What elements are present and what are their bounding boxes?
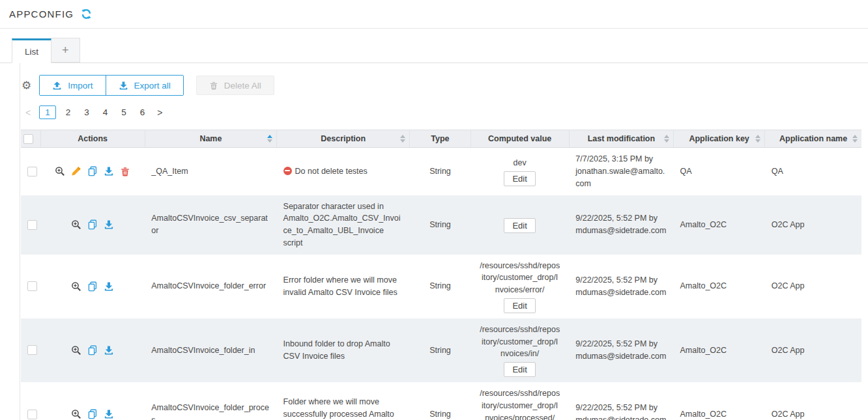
sort-icon[interactable] (267, 135, 272, 143)
page-button-2[interactable]: 2 (62, 105, 75, 119)
table-row: AmaltoCSVInvoice_csv_separator Separator… (21, 195, 861, 255)
application-key: Amalto_O2C (674, 382, 765, 420)
row-checkbox[interactable] (27, 281, 37, 291)
toolbar: ⚙ Import Export all Delete All (20, 75, 868, 96)
app-header: APPCONFIG (0, 0, 868, 29)
delete-all-button[interactable]: Delete All (196, 76, 274, 95)
config-description: Do not delete testes (277, 148, 410, 195)
config-type: String (410, 148, 470, 195)
row-checkbox[interactable] (27, 410, 37, 419)
computed-value-cell: /resources/sshd/repository/customer_drop… (470, 318, 569, 382)
sort-icon[interactable] (755, 135, 760, 143)
edit-value-button[interactable]: Edit (504, 218, 535, 233)
page-title: APPCONFIG (9, 8, 74, 20)
table-row: _QA_Item Do not delete testes String dev… (21, 148, 861, 195)
last-modification: 7/7/2025, 3:15 PM by jonathan.swale@amal… (569, 148, 673, 195)
gear-icon[interactable]: ⚙ (22, 80, 31, 91)
column-header-last-modification[interactable]: Last modification (588, 134, 655, 143)
computed-value: dev (480, 157, 560, 169)
sort-icon[interactable] (400, 135, 405, 143)
column-header-application-key[interactable]: Application key (689, 134, 749, 143)
zoom-view-icon[interactable] (71, 281, 81, 292)
refresh-icon[interactable] (81, 8, 92, 20)
export-all-button-label: Export all (134, 81, 171, 91)
config-description: Separator character used in Amalto_O2C.A… (277, 195, 410, 255)
tab-list[interactable]: List (12, 38, 51, 63)
page-button-3[interactable]: 3 (80, 105, 93, 119)
copy-icon[interactable] (87, 281, 98, 292)
trash-icon[interactable] (120, 166, 130, 176)
last-modification: 9/22/2025, 5:52 PM by mdumas@sidetrade.c… (569, 255, 673, 318)
page-button-6[interactable]: 6 (136, 105, 149, 119)
column-header-type: Type (431, 134, 449, 143)
import-button-label: Import (68, 81, 93, 91)
edit-value-button[interactable]: Edit (504, 171, 535, 186)
description-text: Do not delete testes (295, 167, 368, 176)
row-checkbox[interactable] (27, 345, 37, 355)
plus-icon: + (62, 44, 69, 57)
computed-value-cell: Edit (470, 195, 569, 255)
download-icon[interactable] (104, 219, 114, 230)
tab-add[interactable]: + (51, 38, 80, 63)
config-type: String (410, 382, 470, 420)
application-name: O2C App (765, 255, 861, 318)
zoom-view-icon[interactable] (55, 166, 65, 176)
download-icon[interactable] (104, 166, 114, 176)
zoom-view-icon[interactable] (71, 409, 81, 419)
table-row: AmaltoCSVInvoice_folder_in Inbound folde… (21, 318, 861, 382)
edit-value-button[interactable]: Edit (504, 362, 535, 377)
copy-icon[interactable] (87, 409, 98, 419)
application-name: O2C App (765, 318, 861, 382)
config-type: String (410, 318, 470, 382)
application-key: Amalto_O2C (674, 195, 765, 255)
sort-icon[interactable] (664, 135, 669, 143)
column-header-name[interactable]: Name (199, 134, 222, 143)
copy-icon[interactable] (87, 345, 98, 356)
list-panel: ⚙ Import Export all Delete All < 1 2 3 4… (20, 63, 868, 420)
column-header-description[interactable]: Description (321, 134, 366, 143)
page-button-1[interactable]: 1 (39, 105, 56, 119)
application-key: Amalto_O2C (674, 318, 765, 382)
chevron-left-icon[interactable]: < (23, 106, 33, 119)
page-button-5[interactable]: 5 (117, 105, 130, 119)
last-modification: 9/22/2025, 5:52 PM by mdumas@sidetrade.c… (569, 382, 673, 420)
sort-icon[interactable] (852, 135, 858, 143)
computed-value-cell: dev Edit (470, 148, 569, 195)
config-description: Folder where we will move successfully p… (277, 382, 410, 420)
zoom-view-icon[interactable] (71, 219, 81, 230)
config-type: String (410, 195, 470, 255)
edit-pencil-icon[interactable] (71, 166, 81, 176)
computed-value-cell: /resources/sshd/repository/customer_drop… (470, 382, 569, 420)
edit-value-button[interactable]: Edit (504, 298, 535, 313)
copy-icon[interactable] (87, 166, 98, 176)
copy-icon[interactable] (87, 219, 98, 230)
upload-icon (52, 81, 62, 91)
config-description: Inbound folder to drop Amalto CSV Invoic… (277, 318, 410, 382)
export-all-button[interactable]: Export all (106, 76, 183, 95)
download-icon[interactable] (104, 345, 114, 356)
column-header-application-name[interactable]: Application name (779, 134, 847, 143)
config-type: String (410, 255, 470, 318)
delete-all-button-label: Delete All (224, 81, 261, 91)
config-name: AmaltoCSVInvoice_csv_separator (145, 195, 276, 255)
application-name: QA (765, 148, 861, 195)
config-name: _QA_Item (145, 148, 276, 195)
application-key: Amalto_O2C (674, 255, 765, 318)
import-button[interactable]: Import (40, 76, 105, 95)
config-name: AmaltoCSVInvoice_folder_in (145, 318, 276, 382)
tab-list-label: List (25, 47, 38, 57)
config-description: Error folder where we will move invalid … (277, 255, 410, 318)
computed-value: /resources/sshd/repository/customer_drop… (480, 324, 560, 360)
select-all-checkbox[interactable] (23, 134, 33, 144)
page-button-4[interactable]: 4 (99, 105, 112, 119)
import-export-group: Import Export all (39, 75, 184, 96)
row-checkbox[interactable] (27, 167, 37, 176)
computed-value: /resources/sshd/repository/customer_drop… (480, 260, 560, 296)
chevron-right-icon[interactable]: > (154, 106, 165, 119)
download-icon[interactable] (104, 409, 114, 419)
download-icon[interactable] (104, 281, 114, 292)
row-checkbox[interactable] (27, 220, 37, 230)
zoom-view-icon[interactable] (71, 345, 81, 356)
table-row: AmaltoCSVInvoice_folder_proces... Folder… (21, 382, 861, 420)
trash-icon (209, 81, 218, 90)
